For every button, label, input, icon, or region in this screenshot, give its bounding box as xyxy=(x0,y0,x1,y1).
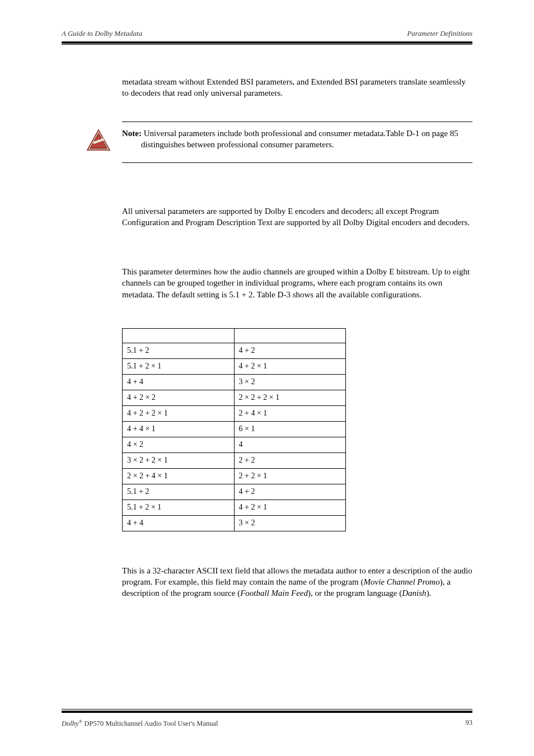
page-footer: Dolby® DP570 Multichannel Audio Tool Use… xyxy=(62,709,472,728)
table-row: 5.1 + 24 + 2 xyxy=(123,484,346,500)
warning-icon xyxy=(83,128,114,155)
footer-page-number: 93 xyxy=(466,718,473,728)
table-row: 2 × 2 + 4 × 12 + 2 × 1 xyxy=(123,468,346,484)
running-header: A Guide to Dolby Metadata Parameter Defi… xyxy=(62,29,472,41)
desc-mid2: ), or the program language ( xyxy=(308,589,402,598)
note-body-text: Universal parameters include both profes… xyxy=(141,129,458,149)
header-right: Parameter Definitions xyxy=(407,29,472,38)
footer-rule-mid xyxy=(62,711,472,713)
table-row: 4 × 24 xyxy=(123,437,346,452)
table-cell: 3 × 2 + 2 × 1 xyxy=(123,452,235,468)
table-cell: 4 + 2 × 1 xyxy=(234,358,346,374)
description-paragraph: This is a 32-character ASCII text field … xyxy=(122,565,472,599)
footer-left: Dolby® DP570 Multichannel Audio Tool Use… xyxy=(62,718,218,728)
table-row: 5.1 + 24 + 2 xyxy=(123,343,346,358)
note-rule-bottom xyxy=(122,162,472,163)
table-cell: 4 + 2 × 1 xyxy=(234,500,346,515)
note-block: Note: Universal parameters include both … xyxy=(122,122,472,163)
table-header-cell xyxy=(234,328,346,343)
table-cell: 2 × 2 + 4 × 1 xyxy=(123,468,235,484)
table-cell: 3 × 2 xyxy=(234,515,346,531)
table-row: 5.1 + 2 × 14 + 2 × 1 xyxy=(123,358,346,374)
table-row: 5.1 + 2 × 14 + 2 × 1 xyxy=(123,500,346,515)
table-cell: 5.1 + 2 × 1 xyxy=(123,500,235,515)
note-text: Note: Universal parameters include both … xyxy=(122,128,472,155)
table-header-cell xyxy=(123,328,235,343)
desc-em1: Movie Channel Promo xyxy=(364,577,440,586)
config-paragraph: This parameter determines how the audio … xyxy=(122,266,472,300)
table-cell: 4 + 4 × 1 xyxy=(123,421,235,437)
table-row: 4 + 43 × 2 xyxy=(123,515,346,531)
table-cell: 5.1 + 2 xyxy=(123,343,235,358)
config-table: 5.1 + 24 + 25.1 + 2 × 14 + 2 × 14 + 43 ×… xyxy=(122,328,346,531)
footer-rule-top xyxy=(62,709,472,710)
table-cell: 4 + 4 xyxy=(123,374,235,390)
table-cell: 2 + 2 × 1 xyxy=(234,468,346,484)
table-row: 3 × 2 + 2 × 12 + 2 xyxy=(123,452,346,468)
table-cell: 3 × 2 xyxy=(234,374,346,390)
table-cell: 4 xyxy=(234,437,346,452)
table-cell: 4 × 2 xyxy=(123,437,235,452)
desc-em2: Football Main Feed xyxy=(240,589,308,598)
table-cell: 2 + 2 xyxy=(234,452,346,468)
table-cell: 2 + 4 × 1 xyxy=(234,405,346,421)
table-row: 4 + 43 × 2 xyxy=(123,374,346,390)
table-cell: 5.1 + 2 × 1 xyxy=(123,358,235,374)
table-cell: 4 + 2 xyxy=(234,343,346,358)
table-cell: 4 + 4 xyxy=(123,515,235,531)
table-row: 4 + 2 × 22 × 2 + 2 × 1 xyxy=(123,390,346,405)
table-cell: 5.1 + 2 xyxy=(123,484,235,500)
footer-brand: Dolby xyxy=(62,720,79,727)
table-row: 4 + 4 × 16 × 1 xyxy=(123,421,346,437)
intro-paragraph: metadata stream without Extended BSI par… xyxy=(122,76,472,99)
table-cell: 4 + 2 xyxy=(234,484,346,500)
header-rule xyxy=(62,41,472,44)
desc-em3: Danish xyxy=(402,589,426,598)
table-header-row xyxy=(123,328,346,343)
table-cell: 2 × 2 + 2 × 1 xyxy=(234,390,346,405)
header-left: A Guide to Dolby Metadata xyxy=(62,29,142,38)
desc-post: ). xyxy=(427,589,432,598)
table-cell: 6 × 1 xyxy=(234,421,346,437)
note-label: Note: xyxy=(122,129,142,138)
footer-title: DP570 Multichannel Audio Tool User's Man… xyxy=(82,720,218,727)
table-row: 4 + 2 + 2 × 12 + 4 × 1 xyxy=(123,405,346,421)
table-cell: 4 + 2 × 2 xyxy=(123,390,235,405)
universal-paragraph: All universal parameters are supported b… xyxy=(122,206,472,228)
table-cell: 4 + 2 + 2 × 1 xyxy=(123,405,235,421)
